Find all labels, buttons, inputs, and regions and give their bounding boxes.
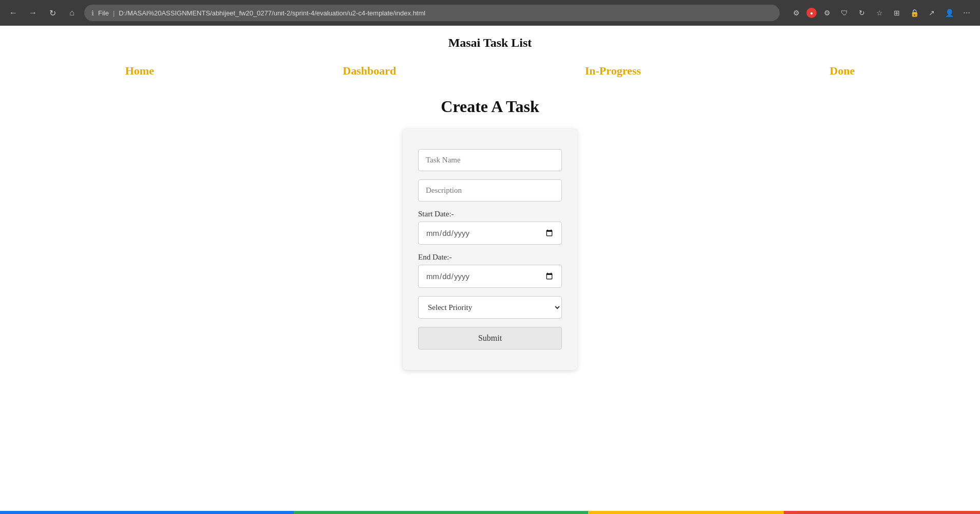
browser-chrome: ← → ↻ ⌂ ℹ File | D:/MASAI%20ASSIGNMENTS/… bbox=[0, 0, 980, 26]
start-date-input[interactable] bbox=[418, 222, 562, 245]
form-heading: Create A Task bbox=[441, 97, 539, 116]
end-date-label: End Date:- bbox=[418, 253, 562, 262]
page-content: Masai Task List Home Dashboard In-Progre… bbox=[0, 26, 980, 380]
share-icon-btn[interactable]: ↗ bbox=[925, 6, 939, 20]
app-title: Masai Task List bbox=[0, 26, 980, 55]
url-text: D:/MASAI%20ASSIGNMENTS/abhijeet_fw20_027… bbox=[119, 9, 772, 17]
address-bar[interactable]: ℹ File | D:/MASAI%20ASSIGNMENTS/abhijeet… bbox=[84, 5, 780, 21]
nav-done[interactable]: Done bbox=[830, 64, 855, 78]
forward-button[interactable]: → bbox=[26, 6, 40, 20]
back-button[interactable]: ← bbox=[6, 6, 21, 20]
home-browser-button[interactable]: ⌂ bbox=[65, 6, 79, 20]
browser-toolbar-icons: ⚙ ● ⚙ 🛡 ↻ ☆ ⊞ 🔒 ↗ 👤 ⋯ bbox=[789, 6, 974, 20]
reload-button[interactable]: ↻ bbox=[45, 6, 60, 20]
extensions-button[interactable]: ⚙ bbox=[789, 6, 803, 20]
address-separator: | bbox=[113, 9, 115, 17]
settings-icon-btn[interactable]: ⚙ bbox=[820, 6, 834, 20]
nav-dashboard[interactable]: Dashboard bbox=[343, 64, 396, 78]
menu-icon-btn[interactable]: ⋯ bbox=[959, 6, 974, 20]
bookmark-icon-btn[interactable]: ☆ bbox=[872, 6, 887, 20]
submit-button[interactable]: Submit bbox=[418, 327, 562, 350]
priority-select[interactable]: Select Priority High Medium Low bbox=[418, 296, 562, 319]
grid-icon-btn[interactable]: ⊞ bbox=[890, 6, 904, 20]
nav-home[interactable]: Home bbox=[125, 64, 154, 78]
file-label: File bbox=[98, 9, 109, 17]
profile-icon-btn[interactable]: 👤 bbox=[942, 6, 956, 20]
description-input[interactable] bbox=[418, 179, 562, 201]
form-card: Start Date:- End Date:- Select Priority … bbox=[403, 128, 577, 370]
form-section: Create A Task Start Date:- End Date:- Se… bbox=[0, 87, 980, 380]
nav-bar: Home Dashboard In-Progress Done bbox=[0, 55, 980, 87]
refresh-icon-btn[interactable]: ↻ bbox=[855, 6, 869, 20]
task-name-input[interactable] bbox=[418, 149, 562, 171]
bottom-bar bbox=[0, 511, 980, 514]
shield-icon-btn[interactable]: 🛡 bbox=[837, 6, 852, 20]
nav-inprogress[interactable]: In-Progress bbox=[585, 64, 641, 78]
notification-badge: ● bbox=[806, 8, 817, 18]
shield2-icon-btn[interactable]: 🔒 bbox=[907, 6, 921, 20]
end-date-input[interactable] bbox=[418, 265, 562, 288]
end-date-wrapper: End Date:- bbox=[418, 253, 562, 288]
info-icon: ℹ bbox=[91, 9, 94, 17]
start-date-wrapper: Start Date:- bbox=[418, 210, 562, 245]
start-date-label: Start Date:- bbox=[418, 210, 562, 218]
